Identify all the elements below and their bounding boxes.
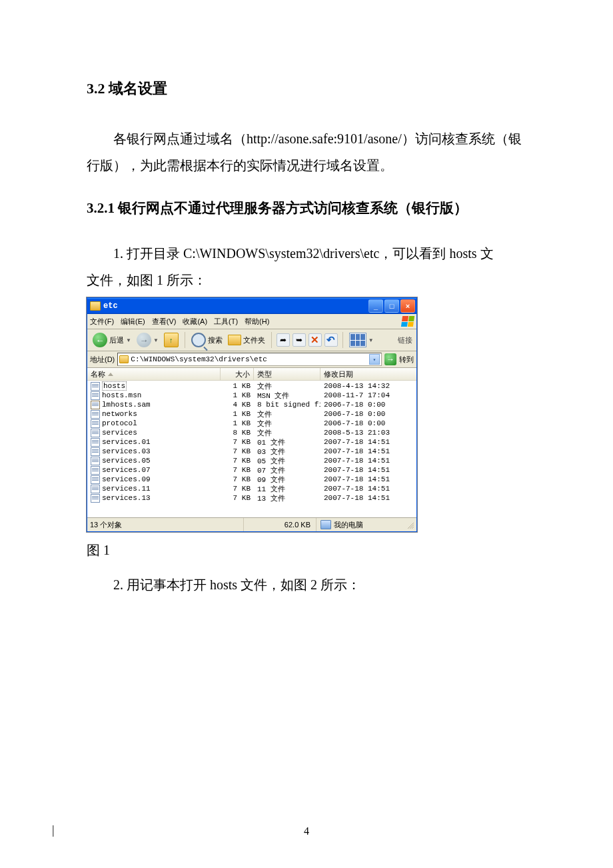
explorer-window: etc _ □ × 文件(F) 编辑(E) 查看(V) 收藏(A) 工具(T) … (87, 297, 417, 532)
file-name: lmhosts.sam (102, 401, 151, 409)
close-button[interactable]: × (400, 299, 415, 313)
views-icon (349, 333, 366, 347)
file-name: services.07 (102, 466, 151, 474)
back-arrow-icon: ← (93, 333, 107, 347)
go-label: 转到 (399, 355, 414, 365)
file-name: services.11 (102, 485, 151, 493)
file-row[interactable]: hosts.msn1 KBMSN 文件2008-11-7 17:04 (87, 391, 416, 400)
address-dropdown-icon[interactable]: ▾ (369, 354, 380, 365)
menu-help[interactable]: 帮助(H) (245, 317, 269, 327)
file-name: services.03 (102, 447, 151, 455)
file-size: 4 KB (221, 401, 254, 409)
copy-to-icon[interactable]: ➥ (293, 333, 306, 347)
col-type[interactable]: 类型 (254, 368, 320, 380)
file-row[interactable]: services.057 KB05 文件2007-7-18 14:51 (87, 456, 416, 465)
file-name: services.09 (102, 475, 151, 483)
file-icon (91, 466, 100, 475)
file-row[interactable]: services.137 KB13 文件2007-7-18 14:51 (87, 493, 416, 503)
views-button[interactable]: ▼ (348, 332, 375, 348)
file-icon (91, 429, 100, 437)
file-icon (91, 485, 100, 493)
menu-favorites[interactable]: 收藏(A) (183, 317, 207, 327)
page-number: 4 (0, 825, 613, 837)
file-date: 2006-7-18 0:00 (320, 419, 416, 427)
menubar: 文件(F) 编辑(E) 查看(V) 收藏(A) 工具(T) 帮助(H) (87, 314, 416, 329)
resize-grip-icon[interactable] (406, 521, 414, 529)
file-row[interactable]: services.077 KB07 文件2007-7-18 14:51 (87, 465, 416, 475)
file-type: 07 文件 (254, 465, 320, 475)
folder-icon (90, 301, 101, 311)
heading-3-2-1: 3.2.1 银行网点不通过代理服务器方式访问核查系统（银行版） (87, 199, 526, 217)
file-row[interactable]: services.097 KB09 文件2007-7-18 14:51 (87, 475, 416, 484)
file-row[interactable]: services8 KB文件2008-5-13 21:03 (87, 428, 416, 437)
up-button[interactable] (163, 332, 180, 348)
col-date[interactable]: 修改日期 (320, 368, 416, 380)
file-date: 2007-7-18 14:51 (320, 447, 416, 455)
file-date: 2008-5-13 21:03 (320, 429, 416, 437)
links-label[interactable]: 链接 (398, 335, 412, 345)
col-name[interactable]: 名称 (87, 368, 221, 380)
step-1-line2: 文件，如图 1 所示： (87, 267, 526, 293)
file-row[interactable]: hosts1 KB文件2008-4-13 14:32 (87, 381, 416, 391)
folder-icon (119, 355, 129, 363)
address-label: 地址(D) (90, 355, 115, 365)
separator (185, 332, 185, 348)
file-type: 文件 (254, 409, 320, 419)
file-row[interactable]: services.017 KB01 文件2007-7-18 14:51 (87, 437, 416, 447)
status-location: 我的电脑 (316, 520, 363, 530)
file-row[interactable]: networks1 KB文件2006-7-18 0:00 (87, 409, 416, 419)
file-row[interactable]: services.117 KB11 文件2007-7-18 14:51 (87, 484, 416, 493)
document-page: 3.2 域名设置 各银行网点通过域名（http://asone.safe:910… (0, 0, 613, 868)
file-date: 2007-7-18 14:51 (320, 485, 416, 493)
address-input[interactable]: C:\WINDOWS\system32\drivers\etc ▾ (117, 353, 382, 366)
file-row[interactable]: protocol1 KB文件2006-7-18 0:00 (87, 419, 416, 428)
file-type: MSN 文件 (254, 391, 320, 401)
menu-tools[interactable]: 工具(T) (214, 317, 238, 327)
folders-button[interactable]: 文件夹 (227, 334, 267, 346)
text-cursor: | (52, 823, 55, 837)
delete-icon[interactable]: ✕ (308, 333, 322, 347)
file-row[interactable]: services.037 KB03 文件2007-7-18 14:51 (87, 447, 416, 456)
move-to-icon[interactable]: ➦ (277, 333, 290, 347)
file-type: 13 文件 (254, 493, 320, 503)
step-2: 2. 用记事本打开 hosts 文件，如图 2 所示： (87, 571, 526, 598)
chevron-down-icon[interactable]: ▼ (126, 337, 131, 343)
file-row[interactable]: lmhosts.sam4 KB8 bit signed file2006-7-1… (87, 400, 416, 409)
undo-icon[interactable]: ↶ (324, 333, 338, 347)
file-icon (91, 391, 100, 400)
file-name: hosts (102, 381, 127, 391)
file-size: 7 KB (221, 485, 254, 493)
chevron-down-icon[interactable]: ▼ (153, 337, 159, 343)
maximize-button[interactable]: □ (384, 299, 399, 313)
file-size: 7 KB (221, 457, 254, 465)
menu-view[interactable]: 查看(V) (152, 317, 177, 327)
file-date: 2008-4-13 14:32 (320, 382, 416, 390)
heading-3-2: 3.2 域名设置 (87, 79, 526, 99)
figure-caption-1: 图 1 (87, 541, 526, 559)
file-size: 1 KB (221, 391, 254, 399)
my-computer-icon (320, 520, 331, 529)
file-type: 11 文件 (254, 484, 320, 494)
chevron-down-icon[interactable]: ▼ (368, 337, 374, 343)
file-type: 05 文件 (254, 456, 320, 466)
file-name: services (102, 429, 137, 437)
window-title: etc (103, 301, 118, 311)
file-type: 8 bit signed file (254, 401, 320, 409)
file-type: 文件 (254, 428, 320, 438)
minimize-button[interactable]: _ (368, 299, 383, 313)
file-date: 2007-7-18 14:51 (320, 475, 416, 483)
go-button[interactable]: → (384, 353, 396, 365)
col-size[interactable]: 大小 (221, 368, 254, 380)
file-date: 2008-11-7 17:04 (320, 391, 416, 399)
status-size: 62.0 KB (244, 518, 316, 531)
separator (271, 332, 272, 348)
titlebar[interactable]: etc _ □ × (87, 298, 416, 314)
search-button[interactable]: 搜索 (190, 332, 224, 348)
back-button[interactable]: ← 后退 ▼ (91, 332, 133, 348)
file-type: 文件 (254, 419, 320, 429)
menu-file[interactable]: 文件(F) (90, 317, 114, 327)
forward-button[interactable]: → ▼ (135, 332, 160, 348)
file-size: 7 KB (221, 494, 254, 502)
menu-edit[interactable]: 编辑(E) (121, 317, 145, 327)
search-label: 搜索 (208, 335, 223, 345)
